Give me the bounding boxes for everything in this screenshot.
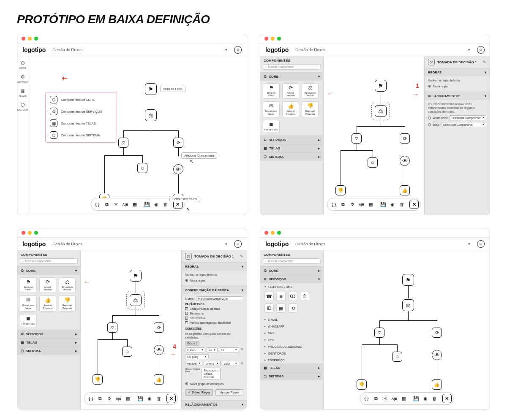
node-start[interactable]: ⚑ [375,80,387,92]
cond-val-select[interactable]: 18▾ [219,347,239,352]
search-input[interactable]: ⌕ buscar componente [263,64,321,70]
section-system[interactable]: ⬡SISTEMA▸ [260,372,323,380]
flow-canvas[interactable]: ↙ ⌬Componentes de CORE ⚙Componentes de S… [28,56,247,215]
tile-reject[interactable]: 👎Reprovar Proposta [302,101,319,117]
node-decision[interactable]: ⚖ [145,109,157,121]
toolbar-delete-icon[interactable]: 🗑 [154,394,164,403]
avatar[interactable]: ☺ [477,46,485,54]
toolbar-grid-icon[interactable]: ▦ [399,394,409,403]
save-rule-button[interactable]: ✓Salvar Regra [185,389,213,396]
toolbar-copy-icon[interactable]: ⧉ [102,200,112,209]
node-user[interactable]: ☺ [392,352,402,362]
section-rule-config[interactable]: CONFIGURAÇÃO DA REGRA▾ [182,286,247,294]
toolbar-copy-icon[interactable]: ⧉ [338,200,348,209]
new-rule-link[interactable]: Nova regra [185,278,243,282]
svc-speed-icon[interactable]: ⏱ [300,292,309,301]
param-check[interactable]: ✓Gera pontuação de risco [185,307,243,310]
sub-sms[interactable]: SMS [260,330,323,336]
tile-start[interactable]: ⚑Início de Fluxo [263,83,280,99]
node-review[interactable]: 👁 [173,164,183,174]
search-input[interactable]: ⌕buscar componente [263,258,321,264]
section-screens[interactable]: ▦TELAS▸ [260,144,323,152]
svc-sms-icon[interactable]: ≡ [276,292,286,301]
datasource-popup[interactable]: Bigdatacorp Serasa Boavista [202,368,221,380]
tile-approve[interactable]: 👍Aprovar Proposta [282,101,299,117]
node-user[interactable]: ☺ [368,157,378,168]
toolbar-ab-icon[interactable]: A|B [114,394,123,403]
toolbar-gear-icon[interactable]: ✲ [105,394,114,403]
new-group-link[interactable]: Novo grupo de condições [185,382,243,386]
avatar[interactable]: ☺ [234,240,242,248]
section-system[interactable]: ⬡SISTEMA▸ [260,152,323,161]
sidebar-item-services[interactable]: ⚙SERVIÇOS [17,74,29,83]
toolbar-braces-icon[interactable]: { } [329,200,338,209]
node-user[interactable]: ☺ [137,163,147,173]
node-reject[interactable]: 👎 [335,185,346,195]
node-review[interactable]: 👁 [432,350,442,360]
section-services[interactable]: ⚙SERVIÇOS▸ [17,330,80,338]
flow-canvas[interactable]: ← 4 → ⚑ ⚖ ⚖ ⟳ ☺ [81,250,181,409]
node-start[interactable]: ⚑ [130,270,142,282]
traffic-max-icon[interactable] [34,37,38,41]
flow-canvas[interactable]: ⚑ ⚖ ⚖ ⟳ ☺ 👎 👁 [324,250,490,409]
sidebar-item-core[interactable]: ⌬CORE [19,60,26,69]
radio-icon[interactable] [428,123,431,126]
toolbar-gear-icon[interactable]: ✲ [381,394,390,403]
toolbar-gear-icon[interactable]: ✲ [348,200,357,209]
section-relations[interactable]: RELACIONAMENTOS▾ [425,92,490,100]
toolbar-preview-icon[interactable]: ◉ [421,394,430,403]
node-user[interactable]: ☺ [122,347,132,357]
svc-id-icon[interactable]: ID [264,303,274,313]
search-input[interactable]: ⌕buscar componente [20,258,78,264]
traffic-close-icon[interactable] [22,37,25,41]
toolbar-preview-icon[interactable]: ◉ [145,394,154,403]
svc-grid-icon[interactable]: ▦ [276,303,286,313]
toolbar-gear-icon[interactable]: ✲ [112,200,121,209]
edit-icon[interactable]: ✎ [240,254,243,258]
sub-kyc[interactable]: KYC [260,336,323,343]
toolbar-delete-icon[interactable]: 🗑 [397,200,406,209]
section-rules[interactable]: REGRAS▾ [182,262,247,271]
toolbar-copy-icon[interactable]: ⧉ [95,394,105,403]
tile-start[interactable]: ⚑Início de Fluxo [20,277,37,293]
toolbar-save-icon[interactable]: 💾 [142,200,152,209]
toolbar-grid-icon[interactable]: ▦ [130,200,139,209]
node-review[interactable]: 👁 [154,345,164,355]
toolbar-preview-icon[interactable]: ◉ [152,200,161,209]
remove-cond-icon[interactable]: ⊖ [240,347,243,352]
tile-end[interactable]: ⏹Fim de Fluxo [20,314,37,327]
tile-end[interactable]: ⏹Fim de Fluxo [263,120,280,133]
toolbar-grid-icon[interactable]: ▦ [123,394,133,403]
toolbar-preview-icon[interactable]: ◉ [388,200,397,209]
breadcrumb[interactable]: Gestão de Fluxos [52,48,82,52]
chevron-down-icon[interactable]: ▾ [468,242,470,246]
or-select[interactable]: OU (OR)▾ [185,354,209,359]
tile-variable[interactable]: ⟳Atribuir Variável [282,83,299,99]
sub-email[interactable]: E-MAIL [260,316,323,323]
remove-cond-icon[interactable]: ⊖ [240,361,243,366]
flow-canvas[interactable]: ← 1 → ⚑ ⚖ ⚖ ⟳ ☺ [324,56,424,215]
delete-rule-button[interactable]: Apagar Regra [215,389,243,396]
name-input[interactable]: Maioridade comprovada [196,296,243,301]
cond-op-select[interactable]: >=▾ [207,347,218,352]
tile-decision[interactable]: ⚖Tomada de Decisão [302,83,319,99]
group-tag[interactable]: Grupo 1 [185,341,199,346]
node-branch-right[interactable]: ⟳ [432,328,442,338]
toolbar-ab-icon[interactable]: A|B [390,394,399,403]
section-core[interactable]: ⌬CORE▸ [260,266,323,275]
toolbar-ab-icon[interactable]: A|B [357,200,366,209]
cond-var-select[interactable]: variável▾ [185,361,202,366]
tile-reject[interactable]: 👎Reprovar Proposta [59,295,76,311]
chevron-down-icon[interactable]: ▾ [225,242,227,246]
tile-send[interactable]: ✉Enviar para Mesa [20,295,37,311]
svc-refresh-icon[interactable]: ⟲ [288,303,297,313]
cond-val-select[interactable]: valor▾ [222,361,239,366]
toolbar-grid-icon[interactable]: ▦ [366,200,376,209]
param-check[interactable]: Bloqueante [185,312,243,315]
chevron-down-icon[interactable]: ▾ [225,48,227,52]
select-component[interactable]: Selecionar Componente▾ [449,115,486,120]
node-branch-right[interactable]: ⟳ [173,138,183,148]
traffic-min-icon[interactable] [28,37,32,41]
toolbar-save-icon[interactable]: 💾 [412,394,421,403]
node-start[interactable]: ⚑ [402,274,414,286]
